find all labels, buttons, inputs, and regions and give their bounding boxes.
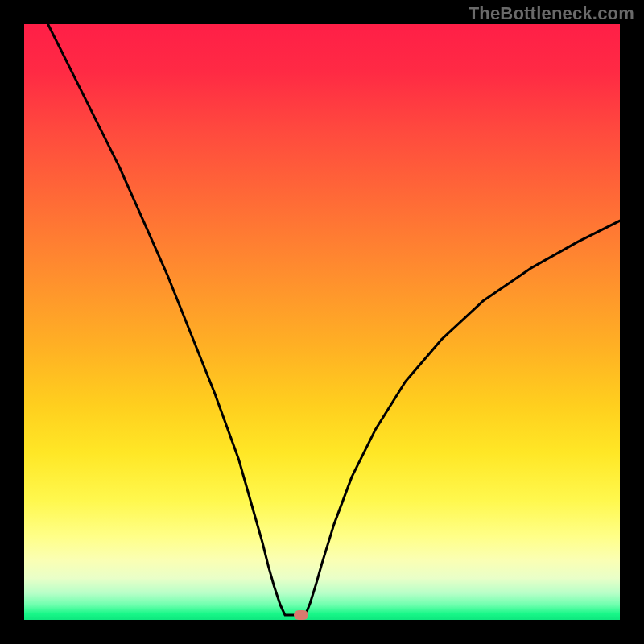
watermark-text: TheBottleneck.com bbox=[469, 3, 634, 24]
minimum-marker bbox=[294, 610, 308, 620]
plot-area bbox=[24, 24, 620, 620]
curve-path bbox=[48, 24, 620, 615]
bottleneck-curve bbox=[24, 24, 620, 620]
chart-frame: TheBottleneck.com bbox=[0, 0, 644, 644]
